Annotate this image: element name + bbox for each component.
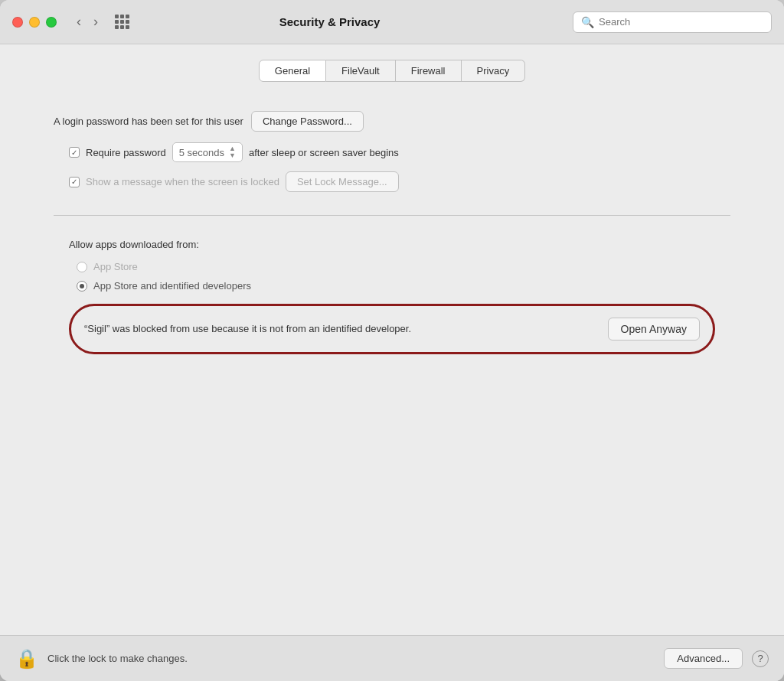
login-password-label: A login password has been set for this u…	[54, 116, 243, 127]
blocked-message-text: “Sigil” was blocked from use because it …	[84, 321, 411, 337]
password-delay-value: 5 seconds	[179, 147, 224, 158]
advanced-button[interactable]: Advanced...	[664, 648, 743, 669]
open-anyway-button[interactable]: Open Anyway	[608, 318, 700, 340]
show-message-label: Show a message when the screen is locked	[86, 176, 279, 187]
content-area: General FileVault Firewall Privacy A log…	[0, 44, 784, 635]
app-store-identified-label: App Store and identified developers	[93, 280, 251, 292]
login-password-row: A login password has been set for this u…	[54, 111, 730, 132]
require-password-label: Require password	[86, 147, 166, 158]
app-store-label: App Store	[93, 261, 138, 272]
highlight-inner: “Sigil” was blocked from use because it …	[84, 318, 700, 340]
tab-general[interactable]: General	[259, 60, 326, 82]
traffic-lights	[12, 17, 57, 28]
tab-privacy[interactable]: Privacy	[462, 60, 526, 82]
settings-area: A login password has been set for this u…	[23, 103, 761, 377]
allow-apps-section: Allow apps downloaded from: App Store Ap…	[54, 239, 730, 354]
tab-bar: General FileVault Firewall Privacy	[23, 60, 761, 82]
app-store-identified-radio-row: App Store and identified developers	[69, 280, 715, 292]
section-divider	[54, 215, 730, 216]
app-store-identified-radio[interactable]	[77, 281, 87, 292]
tab-firewall[interactable]: Firewall	[396, 60, 462, 82]
main-window: ‹ › Security & Privacy 🔍 General FileVau…	[0, 0, 784, 681]
titlebar: ‹ › Security & Privacy 🔍	[0, 0, 784, 44]
show-message-row: ✓ Show a message when the screen is lock…	[54, 171, 730, 192]
require-password-row: ✓ Require password 5 seconds ▲ ▼ after s…	[54, 142, 730, 162]
app-store-radio[interactable]	[77, 262, 87, 272]
back-button[interactable]: ‹	[72, 12, 86, 31]
help-button[interactable]: ?	[752, 650, 769, 667]
search-input[interactable]	[599, 16, 763, 28]
window-title: Security & Privacy	[96, 15, 564, 28]
radio-selected-indicator	[80, 284, 84, 288]
change-password-button[interactable]: Change Password...	[251, 111, 364, 132]
minimize-button[interactable]	[29, 17, 40, 28]
dropdown-arrows-icon: ▲ ▼	[229, 145, 236, 159]
app-store-radio-row: App Store	[69, 261, 715, 272]
password-delay-dropdown[interactable]: 5 seconds ▲ ▼	[172, 142, 243, 162]
tab-filevault[interactable]: FileVault	[326, 60, 396, 82]
lock-icon[interactable]: 🔒	[15, 648, 38, 670]
allow-apps-title: Allow apps downloaded from:	[69, 239, 715, 250]
blocked-message-box: “Sigil” was blocked from use because it …	[69, 304, 715, 354]
search-icon: 🔍	[581, 16, 594, 28]
lock-message: Click the lock to make changes.	[47, 653, 655, 664]
show-message-checkbox[interactable]: ✓	[69, 177, 80, 187]
footer: 🔒 Click the lock to make changes. Advanc…	[0, 635, 784, 681]
after-sleep-label: after sleep or screen saver begins	[249, 147, 399, 158]
maximize-button[interactable]	[46, 17, 57, 28]
set-lock-message-button[interactable]: Set Lock Message...	[286, 171, 399, 192]
search-box[interactable]: 🔍	[573, 11, 772, 33]
close-button[interactable]	[12, 17, 23, 28]
require-password-checkbox[interactable]: ✓	[69, 147, 80, 158]
